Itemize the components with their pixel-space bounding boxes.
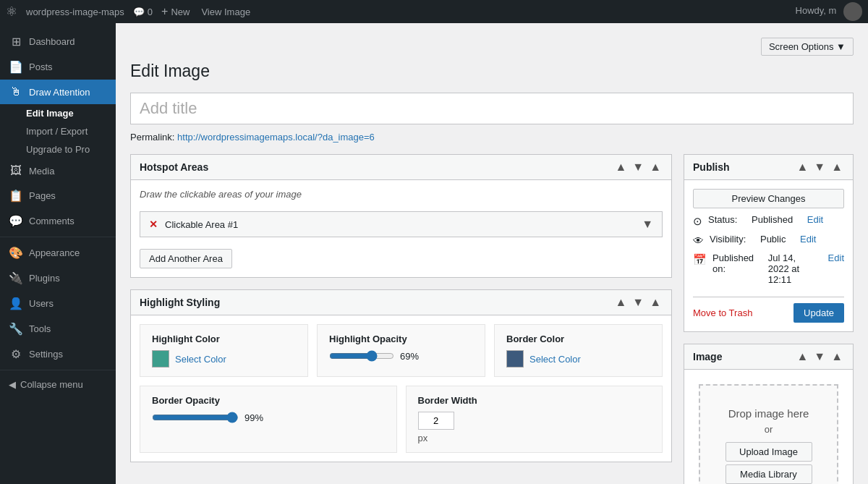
sidebar-item-posts[interactable]: 📄 Posts	[0, 54, 116, 80]
add-another-area-button[interactable]: Add Another Area	[140, 249, 232, 268]
image-header: Image ▲ ▼ ▲	[684, 344, 853, 370]
highlight-opacity-label: Highlight Opacity	[329, 334, 473, 344]
appearance-icon: 🎨	[9, 246, 23, 260]
drop-or-text: or	[715, 424, 822, 435]
sidebar-item-label: Dashboard	[29, 36, 75, 47]
border-width-item: Border Width 2 px	[406, 386, 663, 453]
sidebar-item-label: Users	[29, 298, 54, 309]
comment-icon: 💬	[133, 7, 145, 17]
drop-image-text: Drop image here	[715, 407, 822, 420]
image-up-btn[interactable]: ▲	[795, 350, 809, 363]
border-color-select-btn[interactable]: Select Color	[529, 354, 581, 365]
site-name[interactable]: wordpress-image-maps	[26, 7, 124, 17]
border-width-input[interactable]: 2	[418, 412, 454, 430]
status-icon: ⊙	[693, 215, 702, 228]
sidebar-item-pages[interactable]: 📋 Pages	[0, 183, 116, 208]
highlight-metabox-controls: ▲ ▼ ▲	[613, 296, 663, 309]
sidebar-item-plugins[interactable]: 🔌 Plugins	[0, 266, 116, 291]
content-area: Hotspot Areas ▲ ▼ ▲ Draw the clickable a…	[130, 154, 854, 484]
collapse-menu-btn[interactable]: ◀ Collapse menu	[0, 373, 116, 396]
upload-image-button[interactable]: Upload Image	[726, 442, 812, 462]
media-library-button[interactable]: Media Library	[726, 464, 812, 484]
publish-toggle-btn[interactable]: ▲	[830, 161, 844, 174]
hotspot-toggle-btn[interactable]: ▲	[648, 161, 663, 174]
posts-icon: 📄	[9, 60, 23, 74]
permalink: Permalink: http://wordpressimagemaps.loc…	[130, 132, 854, 143]
sidebar-item-users[interactable]: 👤 Users	[0, 291, 116, 316]
visibility-row: 👁 Visibility: Public Edit	[693, 234, 844, 247]
border-opacity-slider[interactable]	[152, 412, 239, 423]
sidebar-item-dashboard[interactable]: ⊞ Dashboard	[0, 29, 116, 54]
publish-up-btn[interactable]: ▲	[795, 161, 809, 174]
sidebar-item-tools[interactable]: 🔧 Tools	[0, 316, 116, 341]
permalink-link[interactable]: http://wordpressimagemaps.local/?da_imag…	[177, 132, 375, 143]
sidebar-item-appearance[interactable]: 🎨 Appearance	[0, 240, 116, 266]
sidebar-item-label: Plugins	[29, 273, 60, 284]
comments-link[interactable]: 💬 0	[133, 7, 153, 17]
draw-attention-icon: 🖱	[9, 85, 23, 98]
hotspot-collapse-up-btn[interactable]: ▲	[613, 161, 628, 174]
sidebar-item-label: Pages	[29, 190, 56, 201]
visibility-label: Visibility:	[710, 234, 746, 245]
publish-down-btn[interactable]: ▼	[812, 161, 827, 174]
comments-sidebar-icon: 💬	[9, 214, 23, 228]
border-color-swatch[interactable]	[506, 350, 524, 368]
main-content: Screen Options ▼ Edit Image Permalink: h…	[116, 23, 868, 484]
sidebar-divider	[0, 237, 116, 237]
image-down-btn[interactable]: ▼	[812, 350, 827, 363]
highlight-color-select-btn[interactable]: Select Color	[175, 354, 226, 365]
status-edit-link[interactable]: Edit	[807, 214, 823, 225]
collapse-icon: ◀	[9, 379, 16, 390]
border-color-item: Border Color Select Color	[494, 324, 663, 377]
sidebar-item-label: Tools	[29, 323, 51, 334]
new-menu[interactable]: + New	[161, 5, 190, 18]
published-edit-link[interactable]: Edit	[828, 252, 844, 263]
submenu-upgrade[interactable]: Upgrade to Pro	[26, 140, 116, 158]
publish-metabox: Publish ▲ ▼ ▲ Preview Changes ⊙ Status	[684, 154, 854, 332]
submenu-import-export[interactable]: Import / Export	[26, 122, 116, 140]
screen-options-button[interactable]: Screen Options ▼	[761, 38, 854, 56]
hotspot-areas-body: Draw the clickable areas of your image ✕…	[131, 180, 671, 277]
sidebar-item-label: Media	[29, 166, 54, 177]
sidebar-item-label: Comments	[29, 216, 75, 226]
area-chevron-icon[interactable]: ▼	[642, 218, 653, 231]
site-title: wordpress-image-maps	[26, 7, 124, 17]
sidebar: ⊞ Dashboard 📄 Posts 🖱 Draw Attention Edi…	[0, 23, 116, 484]
highlight-collapse-down-btn[interactable]: ▼	[631, 296, 645, 309]
hotspot-collapse-down-btn[interactable]: ▼	[631, 161, 645, 174]
view-image-link[interactable]: View Image	[201, 7, 250, 17]
new-label: New	[171, 7, 190, 17]
visibility-edit-link[interactable]: Edit	[800, 234, 816, 245]
sidebar-item-draw-attention[interactable]: 🖱 Draw Attention	[0, 80, 116, 104]
post-title-input[interactable]	[130, 93, 854, 124]
opacity-slider[interactable]	[329, 350, 394, 362]
image-toggle-btn[interactable]: ▲	[830, 350, 844, 363]
border-opacity-label: Border Opacity	[152, 395, 385, 406]
sidebar-item-comments[interactable]: 💬 Comments	[0, 208, 116, 234]
users-icon: 👤	[9, 297, 23, 310]
comments-count: 0	[148, 7, 153, 17]
remove-area-btn[interactable]: ✕	[149, 218, 158, 230]
tools-icon: 🔧	[9, 322, 23, 336]
calendar-icon: 📅	[693, 253, 707, 266]
highlight-styling-header: Highlight Styling ▲ ▼ ▲	[131, 290, 671, 315]
submenu-edit-image[interactable]: Edit Image	[26, 104, 116, 122]
settings-icon: ⚙	[9, 347, 23, 361]
wp-logo-icon: ⚛	[6, 4, 17, 20]
howdy-text: Howdy, m	[796, 2, 862, 21]
status-value: Published	[752, 214, 793, 225]
sidebar-item-media[interactable]: 🖼 Media	[0, 158, 116, 183]
move-to-trash-link[interactable]: Move to Trash	[693, 307, 752, 318]
update-button[interactable]: Update	[793, 303, 844, 323]
sidebar-item-label: Draw Attention	[29, 87, 90, 98]
opacity-value: 69%	[400, 351, 419, 362]
image-drop-zone[interactable]: Drop image here or Upload Image Media Li…	[699, 384, 838, 484]
highlight-color-label: Highlight Color	[152, 334, 296, 344]
preview-changes-button[interactable]: Preview Changes	[693, 189, 844, 208]
highlight-toggle-btn[interactable]: ▲	[648, 296, 663, 309]
highlight-collapse-up-btn[interactable]: ▲	[613, 296, 628, 309]
sidebar-item-settings[interactable]: ⚙ Settings	[0, 341, 116, 367]
highlight-opacity-item: Highlight Opacity 69%	[317, 324, 485, 377]
highlight-color-swatch[interactable]	[152, 350, 169, 368]
publish-title: Publish	[693, 161, 730, 173]
